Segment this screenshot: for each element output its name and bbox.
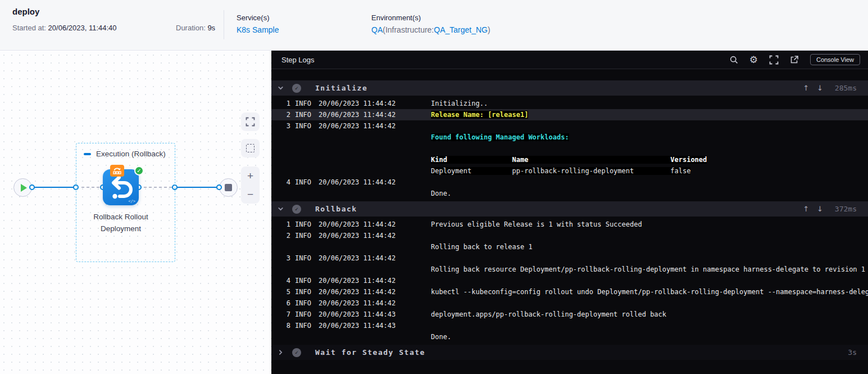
environments-label: Environment(s) xyxy=(371,13,490,22)
section-log-lines: 1INFO20/06/2023 11:44:42Initializing..2I… xyxy=(271,96,868,199)
log-line: 2INFO20/06/2023 11:44:42 xyxy=(271,230,868,241)
section-duration: 3s xyxy=(831,348,857,357)
log-level: INFO xyxy=(295,122,313,130)
log-section-rollback: ✓Rollback↑↓372ms1INFO20/06/2023 11:44:42… xyxy=(271,201,868,343)
log-message: Found following Managed Workloads: xyxy=(431,133,569,141)
line-number: 5 xyxy=(276,288,290,296)
console-view-button[interactable]: Console View xyxy=(810,54,860,65)
section-title: Wait for Steady State xyxy=(315,348,425,357)
service-link[interactable]: K8s Sample xyxy=(237,25,279,34)
log-line: 7INFO20/06/2023 11:44:43deployment.apps/… xyxy=(271,309,868,320)
log-line: 2INFO20/06/2023 11:44:42Release Name: [r… xyxy=(271,109,868,120)
infrastructure-link[interactable]: QA_Target_NG xyxy=(434,25,488,34)
step-logs-panel: Step Logs ⚙ Console View ✓Initialize↑↓28… xyxy=(271,51,868,374)
started-at-label: Started at: xyxy=(12,24,46,32)
log-message: Deployment pp-rollback-rolling-deploymen… xyxy=(431,167,690,175)
scroll-to-bottom-icon[interactable]: ↓ xyxy=(817,84,823,92)
environment-close-paren: ) xyxy=(488,25,490,34)
line-number: 7 xyxy=(276,310,290,318)
section-success-check-icon: ✓ xyxy=(292,84,301,93)
log-level: INFO xyxy=(295,254,313,262)
log-level: INFO xyxy=(295,220,313,228)
log-message: deployment.apps/pp-rollback-rolling-depl… xyxy=(431,310,666,318)
log-line xyxy=(271,143,868,154)
log-level: INFO xyxy=(295,299,313,307)
scroll-to-bottom-icon[interactable]: ↓ xyxy=(817,205,823,213)
log-timestamp: 20/06/2023 11:44:42 xyxy=(319,178,397,186)
step-success-check-icon: ✓ xyxy=(134,166,144,175)
step-node-label: Rollback Rollout Deployment xyxy=(78,211,163,235)
started-at-value: 20/06/2023, 11:44:40 xyxy=(48,24,117,32)
section-header-wait-for-steady-state[interactable]: ✓Wait for Steady State3s xyxy=(271,345,868,360)
environment-infra-label: (Infrastructure: xyxy=(383,25,434,34)
log-message: Initializing.. xyxy=(431,100,488,107)
connector-dot[interactable] xyxy=(216,184,222,190)
line-number: 3 xyxy=(276,122,290,130)
log-timestamp: 20/06/2023 11:44:43 xyxy=(319,322,397,330)
log-line: 1INFO20/06/2023 11:44:42Initializing.. xyxy=(271,98,868,109)
zoom-in-button[interactable]: + xyxy=(247,170,253,181)
log-line: Kind Name Versioned xyxy=(271,154,868,165)
log-line: 8INFO20/06/2023 11:44:43 xyxy=(271,320,868,331)
step-logs-header: Step Logs ⚙ Console View xyxy=(271,51,868,69)
duration: Duration: 9s xyxy=(176,24,215,32)
execution-group-label: Execution (Rollback) xyxy=(96,150,166,158)
section-success-check-icon: ✓ xyxy=(292,205,301,214)
connector-dot[interactable] xyxy=(29,184,35,190)
line-number: 1 xyxy=(276,100,290,107)
chevron-down-icon[interactable] xyxy=(278,85,288,91)
log-line: 4INFO20/06/2023 11:44:42 xyxy=(271,177,868,188)
edge-start-to-group xyxy=(32,187,76,188)
log-timestamp: 20/06/2023 11:44:42 xyxy=(319,122,397,130)
chevron-down-icon[interactable] xyxy=(278,206,288,212)
line-number: 3 xyxy=(276,254,290,262)
duration-label: Duration: xyxy=(176,24,206,32)
log-message: Rolling back resource Deployment/pp-roll… xyxy=(431,265,865,273)
open-in-new-icon[interactable] xyxy=(790,55,799,64)
log-line: 5INFO20/06/2023 11:44:42kubectl --kubeco… xyxy=(271,286,868,298)
fullscreen-icon xyxy=(246,117,255,127)
environments-block: Environment(s) QA(Infrastructure:QA_Targ… xyxy=(371,13,490,34)
section-duration: 372ms xyxy=(831,205,857,213)
settings-gear-icon[interactable]: ⚙ xyxy=(749,55,758,65)
log-line: Deployment pp-rollback-rolling-deploymen… xyxy=(271,165,868,177)
section-header-rollback[interactable]: ✓Rollback↑↓372ms xyxy=(271,201,868,217)
collapse-group-icon[interactable] xyxy=(84,153,91,155)
canvas-fullscreen-button[interactable] xyxy=(241,112,260,131)
line-number: 1 xyxy=(276,220,290,228)
line-number: 4 xyxy=(276,178,290,186)
scroll-to-top-icon[interactable]: ↑ xyxy=(803,205,809,213)
log-level: INFO xyxy=(295,178,313,186)
step-logs-title: Step Logs xyxy=(281,56,315,64)
rollout-step-badge-icon xyxy=(110,165,124,177)
log-level: INFO xyxy=(295,322,313,330)
search-icon[interactable] xyxy=(730,56,738,64)
play-icon xyxy=(21,184,27,192)
section-header-initialize[interactable]: ✓Initialize↑↓285ms xyxy=(271,80,868,96)
line-number: 4 xyxy=(276,277,290,285)
scroll-to-top-icon[interactable]: ↑ xyxy=(803,84,809,92)
log-timestamp: 20/06/2023 11:44:42 xyxy=(319,288,397,296)
pipeline-title: deploy xyxy=(12,7,39,16)
canvas-select-button[interactable] xyxy=(241,139,260,157)
chevron-right-icon[interactable] xyxy=(278,349,288,355)
log-line: 3INFO20/06/2023 11:44:42 xyxy=(271,253,868,264)
duration-value: 9s xyxy=(207,24,215,32)
log-level: INFO xyxy=(295,100,313,107)
environment-link[interactable]: QA xyxy=(371,25,383,34)
log-line: 1INFO20/06/2023 11:44:42Previous eligibl… xyxy=(271,219,868,230)
section-title: Initialize xyxy=(315,84,367,92)
execution-header: deploy Started at: 20/06/2023, 11:44:40 … xyxy=(0,0,868,51)
zoom-out-button[interactable]: − xyxy=(247,189,253,200)
started-at: Started at: 20/06/2023, 11:44:40 xyxy=(12,24,117,32)
canvas-zoom-panel: + − xyxy=(241,166,260,204)
pipeline-canvas[interactable]: Execution (Rollback) </> ✓ Rollback Roll… xyxy=(0,51,271,374)
log-line: Rolling back to release 1 xyxy=(271,241,868,253)
expand-fullscreen-icon[interactable] xyxy=(769,55,779,65)
log-timestamp: 20/06/2023 11:44:43 xyxy=(319,310,397,318)
section-success-check-icon: ✓ xyxy=(292,348,301,357)
log-timestamp: 20/06/2023 11:44:42 xyxy=(319,232,397,240)
log-level: INFO xyxy=(295,288,313,296)
log-timestamp: 20/06/2023 11:44:42 xyxy=(319,299,397,307)
services-label: Service(s) xyxy=(237,13,279,22)
